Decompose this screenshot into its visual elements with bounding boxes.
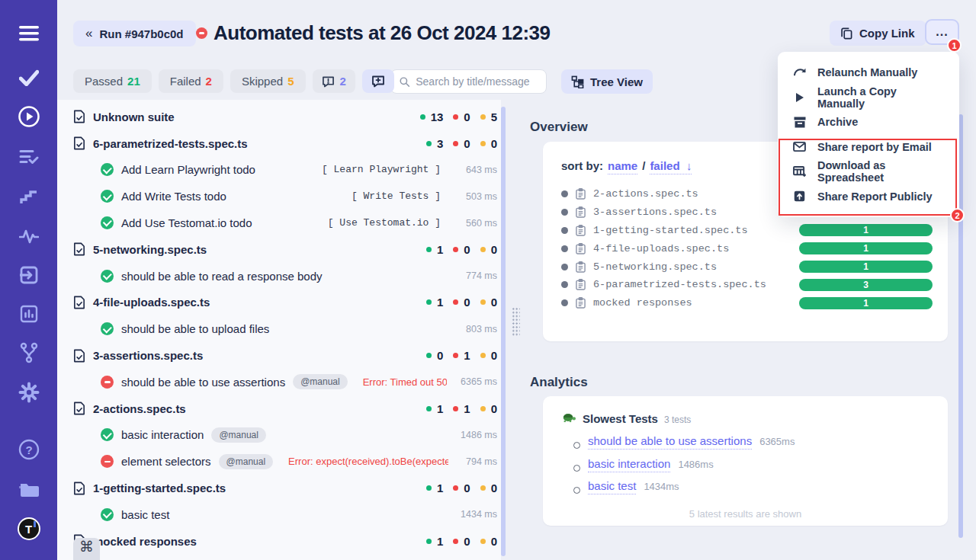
menu-item[interactable]: Share Report Publicly bbox=[778, 184, 959, 210]
actions-dropdown-menu: Relaunch Manually Launch a Copy Manually… bbox=[778, 52, 959, 217]
tree-view-label: Tree View bbox=[590, 75, 643, 88]
comment-exclaim-icon bbox=[322, 75, 335, 88]
suite-row[interactable]: 2-actions.spec.ts 1 1 0 bbox=[73, 395, 497, 422]
tree-view-button[interactable]: Tree View bbox=[561, 69, 653, 94]
panel-resize-handle[interactable] bbox=[512, 307, 520, 337]
spreadsheet-icon bbox=[793, 166, 806, 178]
test-row[interactable]: Add Write Tests todo [ Write Tests ] 503… bbox=[73, 183, 497, 210]
sort-by-name-link[interactable]: name bbox=[608, 159, 637, 174]
steps-icon[interactable] bbox=[0, 181, 57, 212]
slow-test-link[interactable]: basic interaction bbox=[588, 457, 670, 472]
overview-suite-row[interactable]: 5-networking.spec.ts 1 bbox=[561, 258, 940, 276]
bar-chart-icon[interactable] bbox=[0, 299, 57, 329]
back-to-run-button[interactable]: « Run #947b0c0d bbox=[73, 21, 196, 46]
overview-suite-name: 4-file-uploads.spec.ts bbox=[593, 243, 729, 254]
menu-item[interactable]: Share report by Email bbox=[778, 135, 959, 160]
check-icon[interactable] bbox=[0, 62, 57, 93]
overview-suite-row[interactable]: mocked responses 1 bbox=[561, 294, 940, 312]
test-row[interactable]: Add Use Testomat.io todo [ Use Testomat.… bbox=[73, 210, 497, 236]
slow-test-link[interactable]: basic test bbox=[588, 479, 636, 494]
test-row[interactable]: Add Learn Playwright todo [ Learn Playwr… bbox=[73, 157, 497, 184]
list-check-icon[interactable] bbox=[0, 142, 57, 172]
gear-icon[interactable] bbox=[0, 377, 57, 408]
slow-test-row: should be able to use assertions 6365ms bbox=[573, 434, 929, 457]
suite-row[interactable]: 3-assertions.spec.ts 0 1 0 bbox=[73, 342, 497, 369]
suite-row[interactable]: 6-parametrized-tests.spec.ts 3 0 0 bbox=[73, 130, 497, 157]
test-row[interactable]: basic interaction @manual 1486 ms bbox=[73, 422, 497, 449]
overview-suite-row[interactable]: 4-file-uploads.spec.ts 1 bbox=[561, 239, 940, 258]
test-row[interactable]: should be able to read a response body 7… bbox=[73, 263, 497, 290]
sort-direction-arrow: ↓ bbox=[686, 159, 692, 172]
skipped-dot bbox=[480, 247, 486, 252]
test-row[interactable]: basic test 1434 ms bbox=[73, 501, 497, 528]
test-row[interactable]: should be able to use assertions @manual… bbox=[73, 369, 497, 395]
bullet-icon bbox=[573, 465, 580, 472]
test-row[interactable]: should be able to upload files 803 ms bbox=[73, 315, 497, 342]
skipped-count: 5 bbox=[287, 75, 294, 88]
branch-icon[interactable] bbox=[0, 338, 57, 368]
passed-count-bar: 1 bbox=[799, 297, 933, 309]
failed-label: Failed bbox=[170, 75, 201, 88]
suite-counts: 0 1 0 bbox=[426, 349, 497, 362]
help-icon[interactable]: ? bbox=[0, 434, 57, 465]
folder-icon[interactable] bbox=[0, 474, 57, 504]
run-failed-status-icon bbox=[196, 27, 207, 39]
suite-counts: 13 0 5 bbox=[420, 110, 497, 123]
search-input[interactable] bbox=[416, 75, 538, 88]
menu-item[interactable]: Relaunch Manually bbox=[778, 60, 959, 85]
passed-dot bbox=[426, 141, 432, 146]
suite-name: 2-actions.spec.ts bbox=[93, 402, 186, 415]
suite-row[interactable]: Unknown suite 13 0 5 bbox=[73, 104, 497, 130]
suite-row[interactable]: mocked responses 1 0 0 bbox=[73, 528, 497, 555]
test-name: should be able to use assertions bbox=[121, 376, 285, 389]
filter-failed[interactable]: Failed 2 bbox=[159, 69, 223, 93]
overview-suite-row[interactable]: 6-parametrized-tests.spec.ts 3 bbox=[561, 276, 940, 294]
passed-count-bar: 1 bbox=[799, 224, 933, 236]
chevron-left-icon: « bbox=[85, 26, 92, 41]
spec-file-icon bbox=[73, 136, 85, 150]
test-duration: 503 ms bbox=[454, 191, 497, 202]
test-name: basic interaction bbox=[121, 428, 204, 441]
test-row[interactable]: element selectors @manual Error: expect(… bbox=[73, 448, 497, 475]
menu-item[interactable]: Download as Spreadsheet bbox=[778, 159, 959, 184]
copy-link-button[interactable]: Copy Link bbox=[830, 21, 926, 46]
slow-test-row: basic interaction 1486ms bbox=[573, 457, 929, 480]
logo[interactable]: T bbox=[0, 514, 57, 544]
menu-item[interactable]: Launch a Copy Manually bbox=[778, 85, 959, 110]
sign-in-icon[interactable] bbox=[0, 260, 57, 290]
slow-test-duration: 1486ms bbox=[678, 459, 713, 470]
run-play-icon[interactable] bbox=[0, 101, 57, 132]
test-duration: 794 ms bbox=[462, 456, 497, 467]
pulse-icon[interactable] bbox=[0, 221, 57, 251]
overview-suite-name: 3-assertions.spec.ts bbox=[593, 206, 717, 218]
filter-skipped[interactable]: Skipped 5 bbox=[230, 69, 306, 93]
spec-file-icon bbox=[73, 402, 85, 415]
slow-test-link[interactable]: should be able to use assertions bbox=[588, 434, 752, 450]
suite-counts: 1 1 0 bbox=[426, 402, 497, 415]
relaunch-icon bbox=[793, 67, 806, 78]
sidebar: ? T bbox=[0, 0, 57, 560]
menu-icon[interactable] bbox=[0, 18, 57, 49]
test-status-icon bbox=[101, 376, 114, 389]
skipped-dot bbox=[480, 299, 486, 305]
filter-comments[interactable]: 2 bbox=[313, 69, 355, 93]
filter-passed[interactable]: Passed 21 bbox=[73, 69, 152, 93]
bullet-icon bbox=[573, 487, 580, 494]
suite-row[interactable]: 5-networking.spec.ts 1 0 0 bbox=[73, 236, 497, 263]
clipboard-icon bbox=[576, 188, 586, 200]
menu-item[interactable]: Archive bbox=[778, 110, 959, 135]
tree-view-icon bbox=[571, 75, 584, 88]
test-list-scrollbar[interactable] bbox=[501, 107, 506, 556]
add-comment-button[interactable] bbox=[362, 69, 394, 93]
skipped-dot bbox=[480, 539, 486, 544]
clipboard-icon bbox=[576, 243, 586, 254]
search-icon bbox=[400, 76, 409, 88]
failed-dot bbox=[453, 406, 458, 411]
test-name: should be able to read a response body bbox=[121, 270, 323, 283]
suite-row[interactable]: 1-getting-started.spec.ts 1 0 0 bbox=[73, 475, 497, 501]
test-name: basic test bbox=[121, 508, 169, 521]
suite-row[interactable]: 4-file-uploads.spec.ts 1 0 0 bbox=[73, 290, 497, 316]
overview-suite-row[interactable]: 1-getting-started.spec.ts 1 bbox=[561, 222, 940, 240]
clipboard-icon bbox=[576, 279, 586, 290]
sort-by-failed-link[interactable]: failed ↓ bbox=[650, 159, 692, 174]
